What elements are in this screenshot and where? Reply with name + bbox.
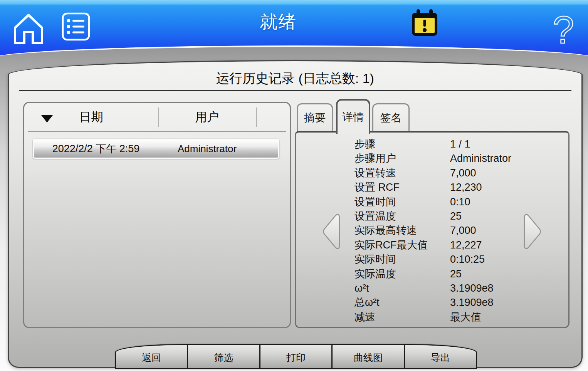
- run-history-panel: 运行历史记录 (日志总数: 1) 日期 用户 2022/2/2 下午 2:59 …: [8, 60, 583, 368]
- detail-row: 设置转速7,000: [354, 166, 564, 180]
- detail-value: 3.1909e8: [450, 281, 494, 295]
- detail-label: 总ω²t: [354, 295, 450, 310]
- page-title: 运行历史记录 (日志总数: 1): [9, 70, 581, 87]
- alert-log-button[interactable]: [412, 9, 438, 39]
- filter-button[interactable]: 筛选: [187, 345, 259, 368]
- detail-value: 7,000: [450, 166, 476, 180]
- detail-row: 设置时间0:10: [354, 195, 564, 209]
- detail-label: 实际RCF最大值: [354, 238, 450, 252]
- detail-label: 减速: [354, 310, 450, 324]
- detail-row: 实际温度25: [354, 267, 564, 281]
- detail-value: 12,227: [450, 238, 482, 252]
- tab-signature[interactable]: 签名: [372, 103, 410, 131]
- svg-text:?: ?: [553, 10, 574, 51]
- run-list-icon: [61, 37, 91, 43]
- detail-label: 实际最高转速: [354, 223, 450, 238]
- detail-value: 0:10: [450, 195, 470, 209]
- detail-row: ω²t3.1909e8: [354, 281, 564, 295]
- home-icon: [9, 40, 48, 46]
- title-divider: [19, 90, 571, 91]
- detail-row: 总ω²t3.1909e8: [354, 295, 564, 310]
- detail-value: 1 / 1: [450, 137, 470, 151]
- detail-row: 步骤1 / 1: [354, 137, 564, 151]
- detail-label: 步骤: [354, 137, 450, 151]
- detail-value: 25: [450, 267, 462, 281]
- column-separator: [256, 107, 257, 127]
- arrow-left-icon: [321, 246, 344, 252]
- detail-label: 设置温度: [354, 209, 450, 223]
- detail-label: ω²t: [354, 281, 450, 295]
- detail-label: 实际时间: [354, 252, 450, 267]
- back-button[interactable]: 返回: [116, 345, 187, 368]
- detail-label: 步骤用户: [354, 151, 450, 166]
- detail-label: 实际温度: [354, 267, 450, 281]
- previous-step-button[interactable]: [321, 212, 344, 250]
- detail-row: 设置 RCF12,230: [354, 180, 564, 195]
- detail-label: 设置 RCF: [354, 180, 450, 195]
- detail-value: Administrator: [450, 151, 511, 166]
- home-button[interactable]: [9, 9, 48, 46]
- column-separator: [158, 107, 159, 127]
- detail-row: 减速最大值: [354, 310, 564, 324]
- column-header-user[interactable]: 用户: [158, 109, 256, 125]
- tab-details[interactable]: 详情: [336, 99, 370, 134]
- run-list-button[interactable]: [61, 12, 91, 43]
- log-list: 日期 用户 2022/2/2 下午 2:59 Administrator: [23, 102, 291, 328]
- log-row-selected[interactable]: 2022/2/2 下午 2:59 Administrator: [33, 139, 279, 159]
- detail-value: 3.1909e8: [450, 295, 494, 310]
- detail-value: 最大值: [450, 310, 481, 324]
- graph-button[interactable]: 曲线图: [331, 345, 403, 368]
- column-header-date[interactable]: 日期: [24, 109, 158, 125]
- detail-value: 7,000: [450, 223, 476, 238]
- help-button[interactable]: ?: [549, 10, 577, 53]
- detail-label: 设置时间: [354, 195, 450, 209]
- arrow-right-icon: [520, 246, 543, 252]
- log-row-user: Administrator: [158, 143, 256, 155]
- log-row-date: 2022/2/2 下午 2:59: [34, 142, 158, 156]
- print-button[interactable]: 打印: [259, 345, 331, 368]
- detail-row: 实际时间0:10:25: [354, 252, 564, 267]
- header-rule: [28, 131, 286, 132]
- alert-calendar-icon: [412, 33, 438, 39]
- detail-row: 步骤用户Administrator: [354, 151, 564, 166]
- tab-summary[interactable]: 摘要: [297, 103, 333, 131]
- detail-value: 12,230: [450, 180, 482, 195]
- next-step-button[interactable]: [520, 212, 543, 250]
- detail-value: 0:10:25: [450, 252, 485, 267]
- detail-label: 设置转速: [354, 166, 450, 180]
- footer-button-bar: 返回 筛选 打印 曲线图 导出: [115, 344, 477, 369]
- status-title: 就绪: [260, 10, 297, 34]
- export-button[interactable]: 导出: [404, 345, 476, 368]
- detail-value: 25: [450, 209, 462, 223]
